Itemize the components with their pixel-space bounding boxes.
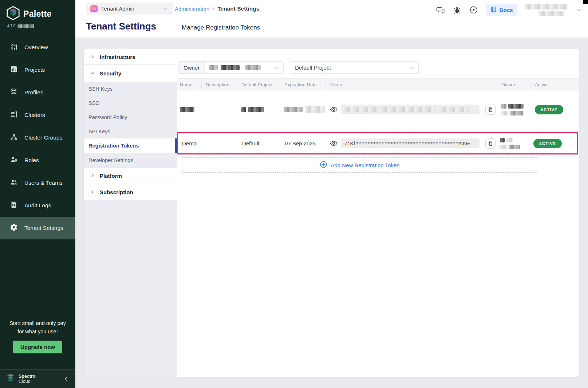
default-project-filter: Default Project [290, 61, 418, 74]
menu-item-api-keys[interactable]: API Keys [84, 124, 177, 138]
chevron-right-icon [90, 189, 95, 195]
eye-icon[interactable] [329, 139, 338, 148]
column-header-active: Active [530, 79, 579, 91]
column-header-expiration-date: Expiration Date [280, 79, 325, 91]
menu-item-label: SSH Keys [88, 86, 113, 92]
column-header-description: Description [201, 79, 237, 91]
menu-item-developer-settings[interactable]: Developer Settings [84, 153, 177, 167]
owner-value-redacted [221, 65, 240, 70]
cell-token [325, 91, 497, 128]
table-row[interactable]: ACTIVE [177, 91, 579, 128]
sidebar-item-roles[interactable]: Roles [0, 149, 75, 172]
chat-icon[interactable] [436, 5, 445, 15]
sidebar-item-profiles[interactable]: Profiles [0, 81, 75, 104]
owner-filter: Owner [178, 61, 284, 74]
sidebar-item-cluster-groups[interactable]: Cluster Groups [0, 126, 75, 149]
title-divider [173, 20, 173, 34]
upgrade-now-button[interactable]: Upgrade now [13, 341, 62, 353]
sidebar-item-tenant-settings[interactable]: Tenant Settings [0, 217, 75, 239]
sidebar-item-label: Overview [24, 44, 48, 51]
cell-description [202, 133, 238, 153]
compass-icon[interactable] [469, 5, 478, 14]
chevron-left-icon[interactable] [64, 376, 70, 382]
chevron-down-icon [409, 65, 414, 70]
version-row: 4.7.0 [0, 22, 75, 28]
page-subtitle: Manage Registration Tokens [182, 24, 260, 31]
sidebar-item-label: Projects [24, 67, 45, 73]
corner-redaction [583, 0, 588, 4]
add-registration-token-button[interactable]: Add New Registration Token [182, 157, 537, 173]
tenant-admin-icon [90, 5, 98, 12]
token-redacted [382, 107, 436, 112]
menu-section-infrastructure[interactable]: Infrastructure [84, 49, 177, 65]
default-project-filter-label: Default Project [290, 62, 336, 73]
menu-item-password-policy[interactable]: Password Policy [84, 110, 177, 124]
scope-selector[interactable]: Tenant Admin [86, 3, 173, 15]
menu-item-label: API Keys [88, 129, 110, 134]
menu-section-subscription[interactable]: Subscription [84, 184, 177, 200]
menu-item-label: SSO [88, 100, 100, 106]
sidebar-item-label: Users & Teams [24, 180, 63, 186]
docs-button[interactable]: Docs [486, 4, 517, 16]
menu-item-registration-tokens[interactable]: Registration Tokens [84, 138, 177, 153]
sidebar-item-label: Clusters [24, 112, 45, 118]
cell-name [177, 91, 201, 128]
sidebar-item-clusters[interactable]: Clusters [0, 104, 75, 126]
sidebar-item-users-teams[interactable]: Users & Teams [0, 172, 75, 194]
projects-icon [10, 65, 18, 75]
copy-icon[interactable] [485, 138, 496, 149]
docs-label: Docs [500, 7, 513, 13]
sidebar-item-label: Cluster Groups [24, 134, 62, 141]
menu-section-label: Security [100, 70, 121, 77]
cell-default-project: Default [238, 133, 280, 153]
scope-selector-label: Tenant Admin [101, 5, 134, 12]
column-header-name: Name [177, 79, 201, 91]
breadcrumb-administration[interactable]: Administration [175, 6, 209, 12]
cluster-groups-icon [10, 133, 18, 142]
gear-icon [10, 223, 18, 233]
menu-section-label: Platform [100, 173, 122, 179]
breadcrumb: Administration / Tenant Settings [175, 5, 259, 12]
owner-redacted [501, 104, 524, 115]
token-redacted [344, 107, 377, 112]
name-redacted [180, 107, 194, 112]
cell-active: ACTIVE [530, 91, 579, 128]
cell-owner [497, 91, 530, 128]
sidebar-item-label: Roles [24, 157, 39, 164]
user-role-redacted [539, 11, 565, 16]
menu-section-label: Subscription [100, 189, 133, 195]
user-menu-chevron-icon[interactable] [576, 7, 582, 13]
copy-icon[interactable] [485, 105, 496, 115]
topbar-actions: Docs [436, 3, 582, 16]
topbar: Tenant Admin Administration / Tenant Set… [75, 0, 588, 38]
owner-redacted [500, 138, 520, 149]
sidebar-item-projects[interactable]: Projects [0, 59, 75, 81]
user-menu[interactable] [525, 4, 568, 16]
cell-owner [496, 133, 529, 153]
menu-item-label: Password Policy [88, 114, 127, 120]
bug-report-icon[interactable] [453, 6, 461, 14]
docs-book-icon [490, 6, 497, 13]
default-project-filter-select[interactable] [336, 62, 418, 73]
owner-filter-select[interactable] [205, 62, 283, 73]
sidebar-footer: Spectro Cloud [0, 369, 75, 388]
spectro-cloud-logo-icon [6, 373, 15, 384]
eye-icon[interactable] [329, 105, 338, 114]
column-header-token: Token [325, 79, 497, 91]
table-row-highlighted[interactable]: Demo Default 07 Sep 2025 ZjRi***********… [177, 132, 578, 154]
project-redacted [241, 107, 246, 112]
menu-section-platform[interactable]: Platform [84, 167, 177, 184]
version-redacted [17, 24, 34, 28]
sidebar-item-audit-logs[interactable]: Audit Logs [0, 194, 75, 217]
menu-item-ssh-keys[interactable]: SSH Keys [84, 82, 177, 96]
chevron-down-icon [90, 70, 95, 77]
token-redacted [441, 107, 470, 112]
cell-default-project [237, 91, 280, 128]
token-value: ZjRi************************************… [344, 141, 470, 146]
column-header-owner: Owner [497, 79, 530, 91]
menu-section-security[interactable]: Security [84, 65, 177, 82]
breadcrumb-current: Tenant Settings [217, 5, 259, 12]
filters: Owner Default Project [178, 61, 419, 74]
menu-item-sso[interactable]: SSO [84, 96, 177, 110]
sidebar-item-overview[interactable]: Overview [0, 36, 75, 59]
